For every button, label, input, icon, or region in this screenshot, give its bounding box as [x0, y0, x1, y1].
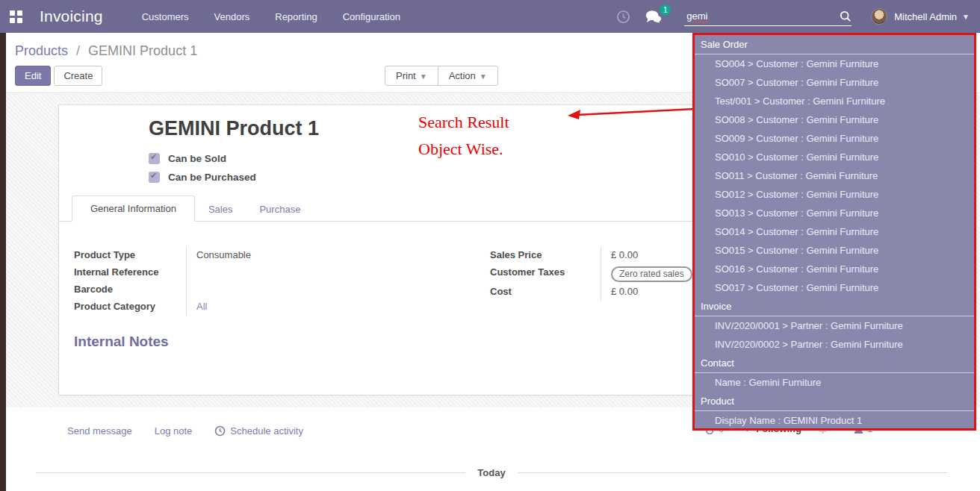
action-buttons: Print▼ Action▼ — [385, 66, 498, 86]
user-name: Mitchell Admin — [894, 11, 957, 22]
tab-purchase[interactable]: Purchase — [246, 197, 314, 222]
search-section-header: Product — [695, 392, 974, 411]
search-result-item[interactable]: SO016 > Customer : Gemini Furniture — [695, 260, 974, 278]
search-result-item[interactable]: SO013 > Customer : Gemini Furniture — [695, 204, 974, 222]
apps-grid-icon[interactable] — [10, 10, 22, 23]
search-result-item[interactable]: SO011 > Customer : Gemini Furniture — [695, 166, 974, 185]
annotation-line-2: Object Wise. — [418, 136, 509, 163]
send-message-button[interactable]: Send message — [67, 425, 132, 437]
activities-clock-icon[interactable] — [616, 10, 630, 24]
navbar-menus: CustomersVendorsReportingConfiguration — [142, 11, 400, 22]
search-result-item[interactable]: SO004 > Customer : Gemini Furniture — [695, 54, 974, 73]
search-icon[interactable] — [840, 10, 852, 22]
tab-general-information[interactable]: General Information — [72, 196, 195, 222]
divider-line-left — [36, 472, 465, 473]
user-avatar — [871, 8, 887, 25]
field-label: Internal Reference — [74, 264, 186, 278]
search-result-item[interactable]: SO009 > Customer : Gemini Furniture — [695, 129, 974, 148]
field-row: Barcode — [74, 281, 388, 298]
top-navbar: Invoicing CustomersVendorsReportingConfi… — [0, 0, 980, 33]
menu-item-vendors[interactable]: Vendors — [214, 11, 250, 22]
field-value — [186, 264, 388, 281]
user-menu-caret-icon: ▼ — [962, 13, 970, 21]
action-caret-icon: ▼ — [480, 72, 487, 81]
search-query-text: gemi — [684, 10, 707, 22]
divider-line-right — [518, 472, 947, 473]
breadcrumb-current: GEMINI Product 1 — [88, 43, 197, 58]
search-result-item[interactable]: Display Name : GEMINI Product 1 — [695, 411, 974, 430]
field-label: Sales Price — [490, 247, 601, 260]
search-section-header: Invoice — [695, 297, 974, 316]
search-result-item[interactable]: SO012 > Customer : Gemini Furniture — [695, 185, 974, 204]
breadcrumb-separator: / — [76, 43, 80, 58]
checkbox-label: Can be Sold — [168, 153, 226, 164]
search-result-item[interactable]: SO015 > Customer : Gemini Furniture — [695, 241, 974, 260]
search-result-item[interactable]: SO014 > Customer : Gemini Furniture — [695, 222, 974, 241]
field-label: Product Category — [74, 298, 186, 312]
checkbox-checked[interactable]: ✔ — [149, 172, 160, 183]
menu-item-configuration[interactable]: Configuration — [343, 11, 400, 22]
tax-tag-badge: Zero rated sales — [611, 266, 692, 282]
annotation-line-1: Search Result — [418, 109, 509, 136]
fields-left-column: Product TypeConsumableInternal Reference… — [74, 247, 388, 316]
checkmark-icon: ✔ — [150, 152, 157, 162]
search-result-item[interactable]: SO010 > Customer : Gemini Furniture — [695, 148, 974, 166]
field-label: Customer Taxes — [490, 264, 601, 278]
create-button[interactable]: Create — [54, 66, 102, 86]
checkbox-label: Can be Purchased — [168, 172, 256, 183]
navbar-right: 1 gemi Mitchell Admin ▼ — [616, 0, 980, 33]
message-count-badge: 1 — [660, 4, 671, 16]
field-row: Internal Reference — [74, 264, 388, 281]
menu-item-customers[interactable]: Customers — [142, 11, 189, 22]
search-result-item[interactable]: Name : Gemini Furniture — [695, 373, 974, 392]
search-result-item[interactable]: SO017 > Customer : Gemini Furniture — [695, 278, 974, 297]
checkbox-row[interactable]: ✔Can be Purchased — [149, 172, 256, 183]
global-search-input[interactable]: gemi — [684, 7, 852, 26]
menu-item-reporting[interactable]: Reporting — [275, 11, 317, 22]
field-row: Product TypeConsumable — [74, 247, 388, 264]
schedule-clock-icon — [214, 425, 226, 437]
breadcrumb-products-link[interactable]: Products — [15, 43, 68, 58]
field-label: Barcode — [74, 281, 186, 295]
checkbox-checked[interactable]: ✔ — [149, 153, 160, 164]
window-edge-strip — [0, 33, 6, 491]
today-divider: Today — [36, 467, 947, 478]
app-title[interactable]: Invoicing — [40, 7, 103, 25]
chatter-toolbar: Send message Log note Schedule activity — [67, 425, 303, 437]
field-value: Consumable — [186, 247, 388, 264]
edit-button[interactable]: Edit — [15, 66, 51, 86]
search-section-header: Sale Order — [695, 35, 974, 54]
tab-sales[interactable]: Sales — [195, 197, 246, 222]
messages-icon[interactable]: 1 — [644, 10, 662, 24]
search-result-item[interactable]: INV/2020/0001 > Partner : Gemini Furnitu… — [695, 316, 974, 335]
today-label: Today — [477, 467, 505, 478]
search-result-item[interactable]: SO008 > Customer : Gemini Furniture — [695, 110, 974, 129]
annotation-arrow — [566, 104, 697, 124]
record-buttons: Edit Create — [15, 66, 102, 86]
user-menu[interactable]: Mitchell Admin ▼ — [871, 8, 970, 25]
action-dropdown-button[interactable]: Action▼ — [438, 66, 498, 86]
field-label: Cost — [490, 284, 601, 297]
search-result-item[interactable]: Test/001 > Customer : Gemini Furniture — [695, 92, 974, 110]
product-title: GEMINI Product 1 — [149, 117, 319, 140]
field-value[interactable]: All — [186, 298, 388, 316]
screen: Invoicing CustomersVendorsReportingConfi… — [0, 0, 980, 491]
annotation-text: Search Result Object Wise. — [418, 109, 509, 163]
checkmark-icon: ✔ — [150, 171, 157, 181]
schedule-activity-button[interactable]: Schedule activity — [214, 425, 303, 437]
field-row: Product CategoryAll — [74, 298, 388, 316]
search-result-item[interactable]: INV/2020/0002 > Partner : Gemini Furnitu… — [695, 335, 974, 354]
log-note-button[interactable]: Log note — [155, 425, 193, 437]
search-section-header: Contact — [695, 354, 974, 373]
checkbox-row[interactable]: ✔Can be Sold — [149, 153, 226, 164]
breadcrumb: Products / GEMINI Product 1 — [15, 43, 197, 59]
search-results-dropdown: Sale OrderSO004 > Customer : Gemini Furn… — [692, 33, 976, 431]
print-caret-icon: ▼ — [420, 72, 427, 81]
search-result-item[interactable]: SO007 > Customer : Gemini Furniture — [695, 73, 974, 92]
field-value — [186, 281, 388, 298]
print-dropdown-button[interactable]: Print▼ — [385, 66, 438, 86]
internal-notes-heading: Internal Notes — [74, 334, 169, 350]
field-label: Product Type — [74, 247, 186, 260]
